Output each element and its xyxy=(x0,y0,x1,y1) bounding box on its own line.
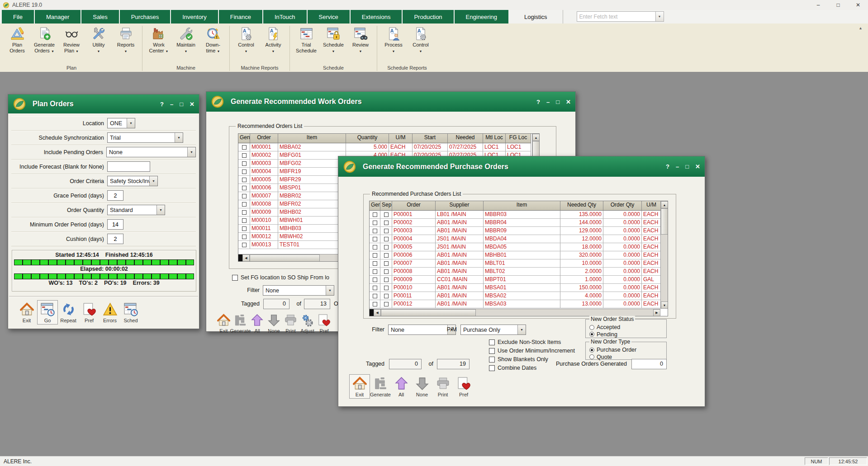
plan-orders-pref-button[interactable]: Pref xyxy=(79,300,100,325)
column-header-u-m[interactable]: U/M xyxy=(642,201,661,211)
schedule-synchronization-select[interactable]: Trial xyxy=(107,132,183,143)
row-checkbox[interactable] xyxy=(373,302,377,306)
purchase-orders-exit-button[interactable]: Exit xyxy=(349,374,370,399)
checkbox-set-fg-location[interactable]: Set FG location to SO Ship From lo xyxy=(232,274,329,281)
table-row[interactable]: M00001MBBA025.000EACH07/20/202507/27/202… xyxy=(238,143,539,151)
column-header-u-m[interactable]: U/M xyxy=(389,134,413,143)
ribbon-button-plan-orders[interactable]: PlanOrders xyxy=(4,25,31,64)
work-orders-generate-button[interactable]: Generate xyxy=(232,311,249,335)
column-header-needed-qty[interactable]: Needed Qty xyxy=(560,201,603,211)
row-checkbox[interactable] xyxy=(384,221,389,225)
dropdown-arrow-icon[interactable] xyxy=(127,118,135,128)
row-checkbox[interactable] xyxy=(384,237,389,241)
checkbox-exclude-non-stock-items[interactable]: Exclude Non-Stock Items xyxy=(489,339,575,345)
row-checkbox[interactable] xyxy=(373,221,377,225)
row-checkbox[interactable] xyxy=(373,253,377,258)
work-orders-all-button[interactable]: All xyxy=(249,311,266,335)
ribbon-button-review[interactable]: Review▼ xyxy=(347,25,374,64)
column-header-quantity[interactable]: Quantity xyxy=(346,134,389,143)
work-orders-print-button[interactable]: Print xyxy=(282,311,299,335)
include-pending-orders-select[interactable]: None xyxy=(106,147,196,157)
minimum-order-period-days-input[interactable] xyxy=(107,219,123,230)
row-checkbox[interactable] xyxy=(373,278,377,282)
dropdown-arrow-icon[interactable] xyxy=(517,325,526,334)
row-checkbox[interactable] xyxy=(242,178,247,182)
column-header-needed[interactable]: Needed xyxy=(448,134,483,143)
table-row[interactable]: P00003AB01 /MAINMBBR09129.00000.0000EACH xyxy=(370,227,668,235)
table-row[interactable]: P00007AB01 /MAINMBLT0110.00000.0000EACH xyxy=(370,259,668,268)
radio-accepted[interactable]: Accepted xyxy=(589,324,620,330)
app-minimize-button[interactable]: – xyxy=(808,0,828,10)
help-button[interactable]: ? xyxy=(160,101,164,108)
row-checkbox[interactable] xyxy=(242,202,247,207)
scroll-up-icon[interactable] xyxy=(532,134,540,141)
ribbon-button-utility[interactable]: Utility▼ xyxy=(85,25,112,64)
column-header-start[interactable]: Start xyxy=(413,134,448,143)
row-checkbox[interactable] xyxy=(242,194,247,198)
grace-period-days-input[interactable] xyxy=(107,190,123,201)
work-orders-none-button[interactable]: None xyxy=(266,311,282,335)
row-checkbox[interactable] xyxy=(242,210,247,215)
minimize-button[interactable]: – xyxy=(546,99,550,105)
purchase-orders-all-button[interactable]: All xyxy=(391,374,412,399)
scrollbar-thumb[interactable] xyxy=(381,309,476,316)
row-checkbox[interactable] xyxy=(384,269,389,274)
plan-orders-errors-button[interactable]: Errors xyxy=(100,300,120,325)
table-row[interactable]: P00004JS01 /MAINMBDA0412.00000.0000EACH xyxy=(370,235,668,243)
fetch-dropdown-icon[interactable] xyxy=(656,11,664,22)
purchase-orders-generate-button[interactable]: Generate xyxy=(370,374,391,399)
tab-extensions[interactable]: Extensions xyxy=(351,10,402,24)
app-titlebar[interactable]: ALERE 19.0 –□✕ xyxy=(0,0,868,10)
column-header-item[interactable]: Item xyxy=(278,134,346,143)
maximize-button[interactable]: □ xyxy=(685,163,689,170)
row-checkbox[interactable] xyxy=(384,261,389,266)
tab-engineering[interactable]: Engineering xyxy=(455,10,508,24)
minimize-button[interactable]: – xyxy=(170,101,173,108)
column-header-mtl-loc[interactable]: Mtl Loc xyxy=(483,134,506,143)
ribbon-button-review-plan[interactable]: ReviewPlan ▼ xyxy=(58,25,85,64)
scrollbar-thumb[interactable] xyxy=(661,208,668,235)
ribbon-button-schedule[interactable]: Schedule▼ xyxy=(320,25,347,64)
ribbon-button-reports[interactable]: Reports▼ xyxy=(112,25,139,64)
row-checkbox[interactable] xyxy=(373,269,377,274)
purchase-orders-pref-button[interactable]: Pref xyxy=(453,374,474,399)
plan-orders-titlebar[interactable]: Plan Orders ?–□✕ xyxy=(8,94,199,113)
scroll-down-icon[interactable] xyxy=(661,301,668,309)
scroll-up-icon[interactable] xyxy=(661,201,668,208)
scroll-left-icon[interactable] xyxy=(242,254,250,262)
row-checkbox[interactable] xyxy=(242,169,247,174)
ribbon-button-down-time[interactable]: Down-time ▼ xyxy=(199,25,227,64)
plan-orders-go-button[interactable]: Go xyxy=(37,300,58,325)
close-button[interactable]: ✕ xyxy=(566,99,571,105)
work-orders-exit-button[interactable]: Exit xyxy=(215,311,232,335)
help-button[interactable]: ? xyxy=(666,163,669,170)
tab-manager[interactable]: Manager xyxy=(35,10,81,24)
column-header-supplier[interactable]: Supplier xyxy=(436,201,484,211)
column-header-order[interactable]: Order xyxy=(250,134,278,143)
work-orders-titlebar[interactable]: Generate Recommended Work Orders ?–□✕ xyxy=(206,92,575,112)
ribbon-button-control[interactable]: AControl▼ xyxy=(232,25,260,64)
close-button[interactable]: ✕ xyxy=(695,163,700,170)
plan-orders-repeat-button[interactable]: Repeat xyxy=(58,300,79,325)
row-checkbox[interactable] xyxy=(242,161,247,166)
close-button[interactable]: ✕ xyxy=(190,101,194,108)
row-checkbox[interactable] xyxy=(384,294,389,298)
row-checkbox[interactable] xyxy=(384,212,389,217)
ribbon-button-trial-schedule[interactable]: TrialSchedule xyxy=(293,25,320,64)
tab-production[interactable]: Production xyxy=(403,10,453,24)
dropdown-arrow-icon[interactable] xyxy=(157,205,165,215)
scroll-right-icon[interactable] xyxy=(653,309,660,316)
checkbox-use-order-minimum-increment[interactable]: Use Order Minimum/Increment xyxy=(489,348,575,354)
table-row[interactable]: P00012AB01 /MAINMBSA0313.00000.0000EACH xyxy=(370,300,668,308)
table-row[interactable]: P00005JS01 /MAINMBDA0518.00000.0000EACH xyxy=(370,243,668,251)
row-checkbox[interactable] xyxy=(384,278,389,282)
purchase-orders-titlebar[interactable]: Generate Recommended Purchase Orders ?–□… xyxy=(338,156,705,177)
scroll-left-icon[interactable] xyxy=(374,309,381,316)
filter-select[interactable]: None xyxy=(263,285,334,296)
ribbon-button-process[interactable]: AProcess▼ xyxy=(380,25,407,64)
row-checkbox[interactable] xyxy=(242,153,247,158)
table-row[interactable]: P00002AB01 /MAINMBBR04144.00000.0000EACH xyxy=(370,219,668,227)
help-button[interactable]: ? xyxy=(536,99,540,105)
dropdown-arrow-icon[interactable] xyxy=(187,147,195,157)
row-checkbox[interactable] xyxy=(373,245,377,249)
